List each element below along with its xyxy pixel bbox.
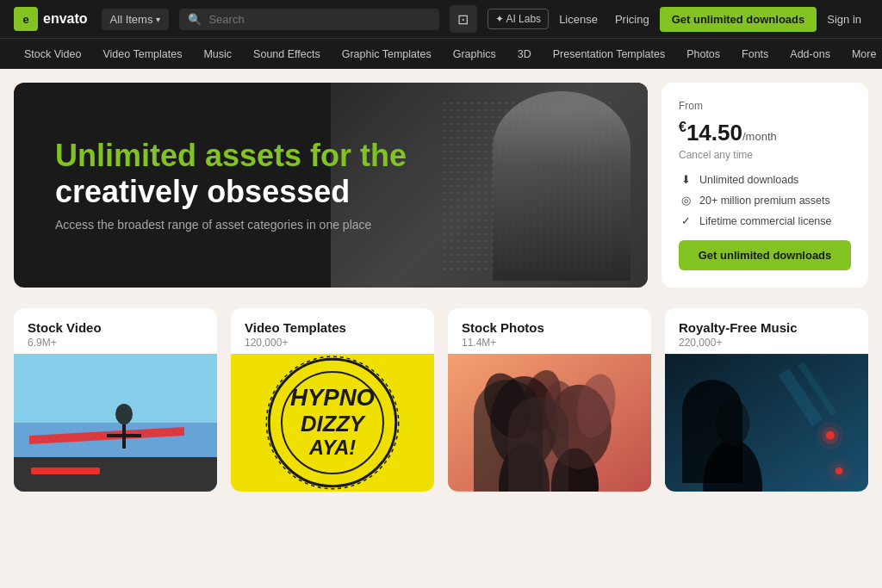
category-title-royalty-music: Royalty-Free Music: [679, 320, 854, 335]
scanner-icon-button[interactable]: ⊡: [450, 5, 477, 33]
category-header-royalty-music: Royalty-Free Music 220,000+: [665, 308, 868, 354]
price-value: 14.50: [686, 120, 742, 145]
ai-labs-button[interactable]: ✦ AI Labs: [488, 9, 549, 29]
category-image-stock-photos: [448, 354, 651, 492]
category-header-video-templates: Video Templates 120,000+: [231, 308, 434, 354]
pricing-link[interactable]: Pricing: [608, 9, 656, 29]
category-count-video-templates: 120,000+: [245, 337, 420, 349]
nav-music[interactable]: Music: [193, 39, 243, 70]
nav-stock-video[interactable]: Stock Video: [14, 39, 92, 70]
nav-fonts[interactable]: Fonts: [731, 39, 780, 70]
hero-title-white: creatively obsessed: [55, 174, 606, 209]
category-card-stock-video[interactable]: Stock Video 6.9M+: [14, 308, 217, 492]
nav-more[interactable]: More: [842, 39, 882, 70]
sign-in-link[interactable]: Sign in: [820, 9, 868, 29]
logo[interactable]: e envato: [14, 7, 88, 31]
search-input[interactable]: [208, 13, 430, 26]
ai-labs-label: ✦ AI Labs: [495, 13, 541, 25]
feature-downloads-text: Unlimited downloads: [699, 174, 798, 186]
svg-text:DIZZY: DIZZY: [301, 411, 366, 435]
assets-icon: ◎: [679, 194, 693, 207]
category-title-stock-photos: Stock Photos: [462, 320, 637, 335]
category-card-video-templates[interactable]: Video Templates 120,000+ HYPNO DIZZY AYA…: [231, 308, 434, 492]
category-card-royalty-music[interactable]: Royalty-Free Music 220,000+: [665, 308, 868, 492]
currency-symbol: €: [679, 120, 686, 134]
category-count-stock-photos: 11.4M+: [462, 337, 637, 349]
category-title-video-templates: Video Templates: [245, 320, 420, 335]
hero-section: Unlimited assets for the creatively obse…: [14, 83, 868, 288]
category-count-royalty-music: 220,000+: [679, 337, 854, 349]
nav-links: ✦ AI Labs License Pricing Get unlimited …: [488, 7, 868, 32]
logo-icon: e: [14, 7, 38, 31]
download-icon: ⬇: [679, 173, 693, 187]
chevron-down-icon: ▾: [156, 15, 160, 24]
category-header-stock-photos: Stock Photos 11.4M+: [448, 308, 651, 354]
hero-title-green: Unlimited assets for the: [55, 138, 606, 173]
svg-rect-23: [665, 355, 868, 490]
all-items-dropdown[interactable]: All Items ▾: [102, 9, 170, 30]
pricing-card: From €14.50/month Cancel any time ⬇ Unli…: [662, 83, 868, 288]
price-display: €14.50/month: [679, 121, 851, 144]
main-content: Unlimited assets for the creatively obse…: [0, 69, 882, 505]
nav-3d[interactable]: 3D: [507, 39, 543, 70]
svg-text:AYA!: AYA!: [308, 436, 356, 459]
category-count-stock-video: 6.9M+: [28, 337, 203, 349]
license-icon: ✓: [679, 214, 693, 228]
category-card-stock-photos[interactable]: Stock Photos 11.4M+: [448, 308, 651, 492]
secondary-navigation: Stock Video Video Templates Music Sound …: [0, 38, 882, 69]
category-image-video-templates: HYPNO DIZZY AYA!: [231, 354, 434, 492]
feature-assets-text: 20+ million premium assets: [699, 195, 830, 207]
cancel-text: Cancel any time: [679, 149, 851, 161]
license-link[interactable]: License: [552, 9, 605, 29]
feature-downloads: ⬇ Unlimited downloads: [679, 173, 851, 187]
nav-graphics[interactable]: Graphics: [443, 39, 507, 70]
hero-subtitle: Access the broadest range of asset categ…: [55, 218, 606, 232]
feature-license-text: Lifetime commercial license: [699, 215, 832, 227]
search-bar: 🔍: [179, 9, 438, 30]
pricing-features: ⬇ Unlimited downloads ◎ 20+ million prem…: [679, 173, 851, 228]
nav-photos[interactable]: Photos: [676, 39, 731, 70]
search-icon: 🔍: [188, 13, 202, 26]
feature-assets: ◎ 20+ million premium assets: [679, 194, 851, 207]
get-unlimited-button[interactable]: Get unlimited downloads: [660, 7, 817, 32]
svg-point-30: [817, 422, 843, 449]
category-header-stock-video: Stock Video 6.9M+: [14, 308, 217, 354]
svg-point-15: [499, 443, 550, 491]
nav-presentation-templates[interactable]: Presentation Templates: [543, 39, 676, 70]
category-title-stock-video: Stock Video: [28, 320, 203, 335]
logo-text: envato: [43, 11, 88, 27]
price-period: /month: [742, 130, 777, 143]
from-label: From: [679, 100, 851, 112]
nav-graphic-templates[interactable]: Graphic Templates: [332, 39, 443, 70]
category-grid: Stock Video 6.9M+ Video: [14, 308, 868, 492]
hero-banner: Unlimited assets for the creatively obse…: [14, 83, 648, 288]
hero-title: Unlimited assets for the creatively obse…: [55, 138, 606, 209]
feature-license: ✓ Lifetime commercial license: [679, 214, 851, 228]
category-image-royalty-music: [665, 354, 868, 492]
top-navigation: e envato All Items ▾ 🔍 ⊡ ✦ AI Labs Licen…: [0, 0, 882, 38]
all-items-label: All Items: [110, 13, 153, 26]
nav-video-templates[interactable]: Video Templates: [92, 39, 193, 70]
svg-text:HYPNO: HYPNO: [290, 384, 375, 411]
svg-rect-2: [14, 457, 217, 492]
cta-button[interactable]: Get unlimited downloads: [679, 240, 851, 270]
svg-point-4: [115, 404, 133, 424]
svg-point-25: [716, 399, 749, 446]
category-image-stock-video: [14, 354, 217, 492]
nav-add-ons[interactable]: Add-ons: [780, 39, 842, 70]
nav-sound-effects[interactable]: Sound Effects: [243, 39, 332, 70]
